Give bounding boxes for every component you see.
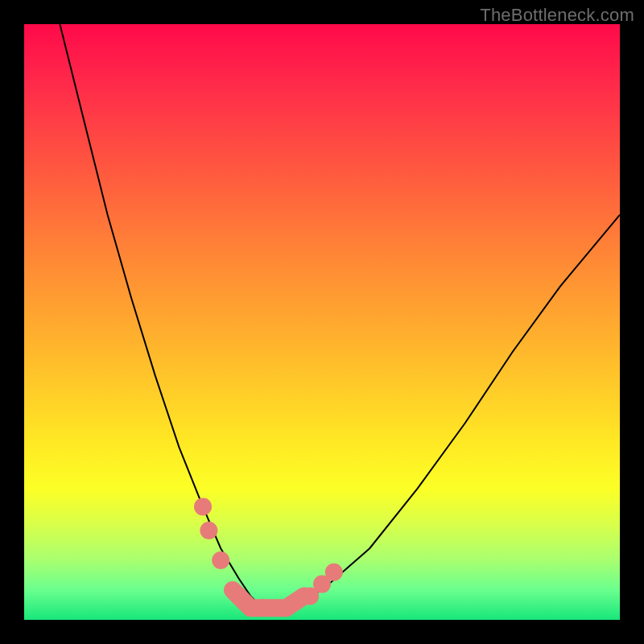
chart-svg xyxy=(24,24,620,620)
highlight-dot xyxy=(200,522,217,539)
highlight-dot xyxy=(254,599,271,617)
highlight-dots xyxy=(194,497,343,617)
bottleneck-curve xyxy=(60,24,620,608)
highlight-dot xyxy=(212,551,229,569)
highlight-dot xyxy=(278,599,295,617)
highlight-dot xyxy=(325,564,343,581)
highlight-dot xyxy=(194,497,212,515)
highlight-dot xyxy=(229,587,247,605)
watermark-text: TheBottleneck.com xyxy=(480,5,634,26)
chart-area xyxy=(24,24,620,620)
